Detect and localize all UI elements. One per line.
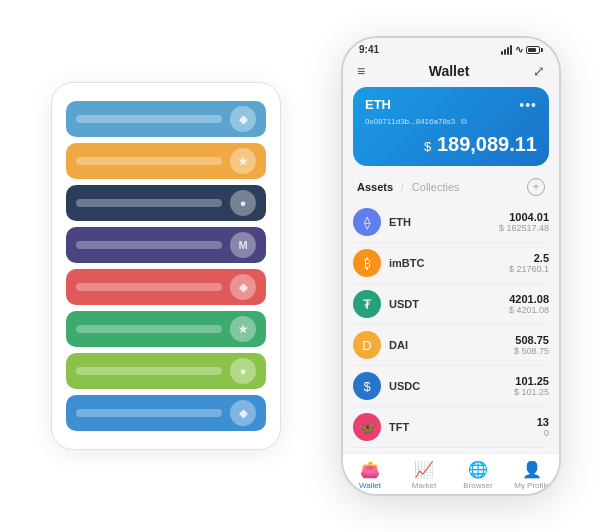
nav-label-1: Market	[412, 481, 436, 490]
scene: ◆★●M◆★●◆ 9:41 ∿ ≡ Wallet	[21, 21, 581, 511]
status-icons: ∿	[501, 44, 543, 55]
card-icon-4: ◆	[230, 274, 256, 300]
status-bar: 9:41 ∿	[343, 38, 559, 59]
hamburger-icon[interactable]: ≡	[357, 63, 365, 79]
asset-name-4: USDC	[389, 380, 514, 392]
more-icon[interactable]: •••	[519, 97, 537, 113]
card-icon-1: ★	[230, 148, 256, 174]
balance-prefix: $	[424, 139, 431, 154]
nav-icon-3: 👤	[522, 460, 542, 479]
card-row-3[interactable]: M	[66, 227, 266, 263]
asset-name-3: DAI	[389, 339, 514, 351]
nav-label-3: My Profile	[514, 481, 550, 490]
phone: 9:41 ∿ ≡ Wallet ⤢	[341, 36, 561, 496]
card-icon-6: ●	[230, 358, 256, 384]
nav-icon-1: 📈	[414, 460, 434, 479]
eth-card[interactable]: ETH ••• 0x08711d3b...8416a78s3 ⧉ $ 189,0…	[353, 87, 549, 166]
add-asset-button[interactable]: +	[527, 178, 545, 196]
asset-icon-usdt: ₮	[353, 290, 381, 318]
time: 9:41	[359, 44, 379, 55]
nav-item-wallet[interactable]: 👛 Wallet	[343, 460, 397, 490]
wifi-icon: ∿	[515, 44, 523, 55]
card-icon-5: ★	[230, 316, 256, 342]
collecties-tab[interactable]: Collecties	[412, 181, 460, 193]
card-icon-3: M	[230, 232, 256, 258]
asset-usd-3: $ 508.75	[514, 346, 549, 356]
card-icon-7: ◆	[230, 400, 256, 426]
asset-name-5: TFT	[389, 421, 537, 433]
eth-balance: $ 189,089.11	[365, 133, 537, 156]
asset-name-2: USDT	[389, 298, 509, 310]
card-row-4[interactable]: ◆	[66, 269, 266, 305]
phone-header: ≡ Wallet ⤢	[343, 59, 559, 87]
asset-item[interactable]: ⟠ ETH 1004.01 $ 162517.48	[353, 202, 549, 243]
asset-icon-dai: D	[353, 331, 381, 359]
card-row-2[interactable]: ●	[66, 185, 266, 221]
balance-amount: 189,089.11	[437, 133, 537, 155]
phone-body: ETH ••• 0x08711d3b...8416a78s3 ⧉ $ 189,0…	[343, 87, 559, 453]
assets-header: Assets / Collecties +	[343, 174, 559, 202]
asset-usd-4: $ 101.25	[514, 387, 549, 397]
copy-icon[interactable]: ⧉	[461, 117, 467, 126]
nav-item-market[interactable]: 📈 Market	[397, 460, 451, 490]
asset-amount-4: 101.25	[514, 375, 549, 387]
card-stack: ◆★●M◆★●◆	[51, 82, 281, 450]
asset-usd-2: $ 4201.08	[509, 305, 549, 315]
assets-tab[interactable]: Assets	[357, 181, 393, 193]
bottom-nav: 👛 Wallet 📈 Market 🌐 Browser 👤 My Profile	[343, 453, 559, 494]
asset-item[interactable]: 🦋 TFT 13 0	[353, 407, 549, 448]
asset-list: ⟠ ETH 1004.01 $ 162517.48 ₿ imBTC 2.5 $ …	[343, 202, 559, 453]
assets-tabs: Assets / Collecties	[357, 181, 460, 193]
asset-icon-eth: ⟠	[353, 208, 381, 236]
asset-item[interactable]: ₿ imBTC 2.5 $ 21760.1	[353, 243, 549, 284]
card-row-5[interactable]: ★	[66, 311, 266, 347]
asset-item[interactable]: ₮ USDT 4201.08 $ 4201.08	[353, 284, 549, 325]
asset-item[interactable]: $ USDC 101.25 $ 101.25	[353, 366, 549, 407]
eth-address: 0x08711d3b...8416a78s3 ⧉	[365, 117, 537, 127]
card-row-0[interactable]: ◆	[66, 101, 266, 137]
asset-amount-0: 1004.01	[499, 211, 549, 223]
card-row-6[interactable]: ●	[66, 353, 266, 389]
asset-icon-usdc: $	[353, 372, 381, 400]
asset-name-1: imBTC	[389, 257, 509, 269]
card-icon-0: ◆	[230, 106, 256, 132]
asset-amount-2: 4201.08	[509, 293, 549, 305]
asset-usd-1: $ 21760.1	[509, 264, 549, 274]
expand-icon[interactable]: ⤢	[533, 63, 545, 79]
nav-icon-2: 🌐	[468, 460, 488, 479]
asset-amount-5: 13	[537, 416, 549, 428]
card-row-7[interactable]: ◆	[66, 395, 266, 431]
signal-icon	[501, 45, 512, 55]
nav-item-my-profile[interactable]: 👤 My Profile	[505, 460, 559, 490]
nav-icon-0: 👛	[360, 460, 380, 479]
asset-amount-1: 2.5	[509, 252, 549, 264]
asset-icon-imbtc: ₿	[353, 249, 381, 277]
asset-item[interactable]: D DAI 508.75 $ 508.75	[353, 325, 549, 366]
card-icon-2: ●	[230, 190, 256, 216]
battery-icon	[526, 46, 543, 54]
nav-label-2: Browser	[463, 481, 492, 490]
nav-label-0: Wallet	[359, 481, 381, 490]
asset-name-0: ETH	[389, 216, 499, 228]
asset-amount-3: 508.75	[514, 334, 549, 346]
nav-item-browser[interactable]: 🌐 Browser	[451, 460, 505, 490]
asset-icon-tft: 🦋	[353, 413, 381, 441]
tab-divider: /	[401, 182, 404, 193]
eth-label: ETH	[365, 97, 391, 112]
asset-usd-0: $ 162517.48	[499, 223, 549, 233]
header-title: Wallet	[429, 63, 470, 79]
card-row-1[interactable]: ★	[66, 143, 266, 179]
asset-usd-5: 0	[537, 428, 549, 438]
